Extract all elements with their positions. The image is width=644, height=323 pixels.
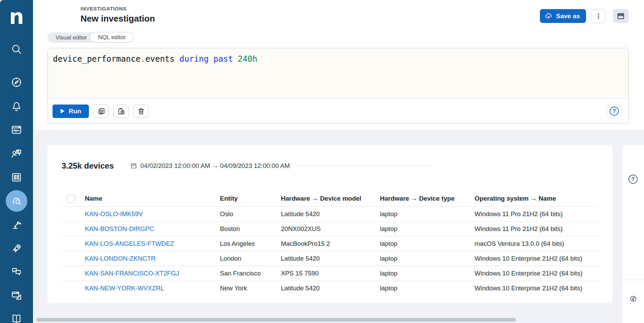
editor-mode-tabs: Visual editor NQL editor (47, 32, 134, 43)
cell-os: Windows 10 Enterprise 21H2 (64 bits) (475, 285, 598, 292)
cell-model: XPS 15 7590 (281, 270, 380, 277)
query-token-keyword: during past (180, 54, 238, 64)
save-as-label: Save as (556, 12, 580, 20)
results-header: 3.25k devices 04/02/2023 12:00:00 AM → 0… (62, 161, 598, 171)
device-link[interactable]: KAN-LONDON-ZKNCTR (85, 255, 156, 262)
table-row: KAN-OSLO-IMK59V Oslo Latitude 5420 lapto… (62, 206, 598, 221)
devices-table: Name Entity Hardware → Device model Hard… (62, 190, 598, 295)
query-token-dot: . (140, 54, 145, 64)
cell-type: laptop (380, 225, 475, 233)
cell-os: Windows 11 Pro 21H2 (64 bits) (475, 225, 598, 233)
paste-query-button[interactable] (114, 105, 129, 118)
search-icon (6, 38, 27, 60)
cell-os: macOS Ventura 13.0.0 (64 bits) (475, 240, 598, 247)
design-window-ruler-icon (6, 285, 27, 306)
delete-query-button[interactable] (133, 105, 149, 118)
device-link[interactable]: KAN-OSLO-IMK59V (85, 210, 143, 217)
select-all-checkbox[interactable] (67, 195, 75, 203)
sidebar-item-design[interactable] (0, 285, 33, 306)
col-device-model: Hardware → Device model (281, 195, 380, 202)
nql-query-input[interactable]: device_performance.events during past 24… (48, 48, 629, 99)
nexthink-logo[interactable]: n (0, 2, 33, 31)
cloud-upload-icon (545, 12, 553, 20)
cell-model: Latitude 5420 (281, 210, 380, 218)
sidebar-item-automation[interactable] (0, 214, 33, 235)
investigations-fingerprint-search-icon (6, 190, 27, 212)
kebab-menu-icon (595, 12, 602, 20)
breadcrumb: INVESTIGATIONS (80, 6, 127, 11)
cell-entity: Boston (220, 225, 281, 233)
cell-model: Latitude 5420 (281, 285, 380, 292)
table-row: KAN-BOSTON-DIRGPC Boston 20NX002XUS lapt… (62, 221, 598, 236)
table-row: KAN-SAN-FRANCISCO-XT2FGJ San Francisco X… (62, 266, 598, 281)
sidebar-item-dashboards[interactable] (0, 119, 33, 141)
layout-panel-button[interactable] (613, 9, 629, 23)
col-name: Name (85, 195, 220, 202)
library-book-icon (6, 308, 27, 323)
automation-robot-arm-icon (6, 214, 27, 235)
header-actions: Save as (540, 9, 629, 23)
cell-type: laptop (380, 285, 475, 292)
device-link[interactable]: KAN-NEW-YORK-WVXZRL (85, 285, 164, 292)
device-link[interactable]: KAN-SAN-FRANCISCO-XT2FGJ (85, 270, 179, 277)
sidebar-item-library[interactable] (0, 308, 33, 323)
cell-type: laptop (380, 210, 475, 218)
cell-model: 20NX002XUS (281, 225, 380, 233)
copy-query-button[interactable] (94, 105, 109, 118)
cell-entity: Oslo (220, 210, 281, 218)
cell-entity: London (220, 255, 281, 262)
compass-icon (6, 71, 27, 93)
cell-os: Windows 10 Enterprise 21H2 (64 bits) (475, 270, 598, 277)
sidebar-item-alerts[interactable] (0, 95, 33, 117)
col-entity: Entity (220, 195, 281, 202)
sidebar-item-engage[interactable] (0, 261, 33, 282)
sidebar-item-search[interactable] (0, 38, 33, 60)
panel-divider (622, 280, 644, 280)
query-token-duration: 240h (238, 54, 257, 64)
ai-assist-button[interactable] (628, 295, 638, 305)
nql-help-button[interactable]: ? (607, 104, 622, 118)
cell-os: Windows 10 Enterprise 21H2 (64 bits) (475, 255, 598, 262)
cell-entity: New York (220, 285, 281, 292)
play-icon (60, 109, 65, 114)
date-range: 04/02/2023 12:00:00 AM → 04/09/2023 12:0… (130, 162, 290, 170)
sidebar-item-workforce[interactable] (0, 143, 33, 164)
run-button[interactable]: Run (53, 105, 89, 118)
nexthink-investigation-page: INVESTIGATIONS New investigation Save as (0, 0, 644, 323)
cell-os: Windows 11 Pro 21H2 (64 bits) (475, 210, 598, 218)
calendar-icon (130, 162, 137, 170)
sidebar-item-adopt[interactable] (0, 238, 33, 259)
apps-grid-icon (6, 167, 27, 188)
run-label: Run (69, 108, 81, 115)
col-device-type: Hardware → Device type (380, 195, 475, 202)
device-count: 3.25k devices (62, 161, 114, 171)
save-as-button[interactable]: Save as (540, 9, 586, 23)
device-link[interactable]: KAN-LOS-ANGELES-FTWDEZ (85, 240, 174, 247)
table-row: KAN-LONDON-ZKNCTR London Latitude 5420 l… (62, 251, 598, 266)
tab-visual-editor[interactable]: Visual editor (47, 32, 95, 43)
app-sidebar: n (0, 0, 33, 323)
workforce-icon (6, 143, 27, 164)
layout-panel-icon (616, 12, 625, 21)
sidebar-item-investigations[interactable] (0, 190, 33, 212)
cell-model: MacBookPro15 2 (281, 240, 380, 247)
query-token-namespace: events (146, 54, 180, 64)
sidebar-item-discover[interactable] (0, 71, 33, 93)
copy-icon (97, 107, 106, 116)
col-os-name: Operating system → Name (475, 195, 598, 202)
tab-nql-editor[interactable]: NQL editor (90, 32, 134, 42)
horizontal-scrollbar[interactable] (36, 318, 516, 322)
sidebar-item-applications[interactable] (0, 167, 33, 188)
rocket-icon (6, 238, 27, 259)
page-title: New investigation (80, 13, 155, 24)
dashboard-pulse-icon (6, 119, 27, 141)
kebab-menu-button[interactable] (591, 9, 606, 23)
bell-icon (6, 95, 27, 117)
help-circle-icon: ? (629, 175, 638, 184)
device-link[interactable]: KAN-BOSTON-DIRGPC (85, 225, 154, 232)
cell-type: laptop (380, 270, 475, 277)
nql-editor-card: device_performance.events during past 24… (47, 48, 629, 124)
chat-bubbles-icon (6, 261, 27, 282)
panel-help-button[interactable]: ? (629, 175, 638, 184)
ai-brain-icon (628, 295, 638, 305)
